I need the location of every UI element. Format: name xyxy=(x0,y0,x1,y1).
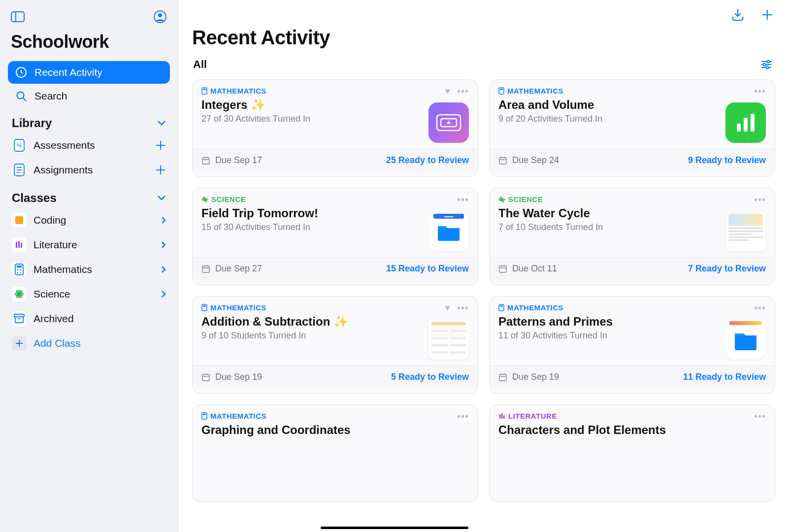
more-options-button[interactable]: ••• xyxy=(754,89,766,94)
add-assessment-button[interactable] xyxy=(155,140,166,151)
svg-rect-45 xyxy=(203,89,206,90)
filter-label[interactable]: All xyxy=(193,58,207,71)
calendar-icon xyxy=(498,373,507,382)
svg-rect-55 xyxy=(744,118,748,132)
svg-rect-32 xyxy=(15,317,23,323)
sidebar-item-label: Mathematics xyxy=(33,264,92,275)
activity-card[interactable]: MATHEMATICSAddition & Subtraction ✨9 of … xyxy=(192,296,478,394)
svg-point-24 xyxy=(20,269,21,270)
sidebar-item-archived[interactable]: Archived xyxy=(6,306,172,331)
activity-card[interactable]: SCIENCEField Trip Tomorrow!15 of 30 Acti… xyxy=(192,188,478,285)
svg-rect-91 xyxy=(503,415,505,419)
subject-icon xyxy=(498,304,504,311)
profile-icon[interactable] xyxy=(152,9,168,25)
sidebar-item-literature[interactable]: Literature xyxy=(6,233,172,257)
due-date: Due Sep 24 xyxy=(512,155,559,166)
activity-card[interactable]: SCIENCEThe Water Cycle7 of 10 Students T… xyxy=(489,188,775,285)
more-options-button[interactable]: ••• xyxy=(457,305,469,310)
add-assignment-button[interactable] xyxy=(155,165,166,175)
chevron-down-icon xyxy=(157,120,166,126)
library-section-header[interactable]: Library xyxy=(6,107,172,133)
ready-to-review-link[interactable]: 15 Ready to Review xyxy=(386,264,469,274)
search-icon xyxy=(15,90,28,102)
download-button[interactable] xyxy=(730,7,746,23)
coding-icon xyxy=(12,213,27,228)
filter-settings-button[interactable] xyxy=(758,57,774,72)
archive-icon xyxy=(12,311,27,326)
svg-rect-90 xyxy=(501,413,503,419)
sidebar-item-assessments[interactable]: % Assessments xyxy=(6,133,172,158)
svg-rect-77 xyxy=(202,374,209,381)
svg-rect-20 xyxy=(21,243,22,248)
due-date: Due Oct 11 xyxy=(512,264,557,274)
chevron-down-icon xyxy=(157,195,166,201)
favorite-icon[interactable]: ♥ xyxy=(445,86,450,97)
sidebar-item-label: Coding xyxy=(33,214,66,226)
chevron-right-icon xyxy=(161,266,166,273)
add-button[interactable] xyxy=(759,7,775,23)
activity-card[interactable]: MATHEMATICSArea and Volume9 of 20 Activi… xyxy=(489,79,775,177)
assessments-icon: % xyxy=(12,138,27,153)
activity-card[interactable]: MATHEMATICSIntegers ✨27 of 30 Activities… xyxy=(192,79,478,177)
classes-section-header[interactable]: Classes xyxy=(6,182,172,208)
svg-rect-83 xyxy=(499,374,506,381)
ready-to-review-link[interactable]: 7 Ready to Review xyxy=(688,264,766,274)
ready-to-review-link[interactable]: 9 Ready to Review xyxy=(688,155,766,166)
svg-rect-0 xyxy=(11,12,24,22)
svg-rect-44 xyxy=(202,88,207,94)
card-title: Field Trip Tomorrow! xyxy=(201,206,423,220)
svg-rect-75 xyxy=(202,304,207,311)
toggle-sidebar-icon[interactable] xyxy=(10,9,26,25)
sidebar-item-assignments[interactable]: Assignments xyxy=(6,158,172,182)
chevron-right-icon xyxy=(161,290,166,298)
svg-rect-19 xyxy=(18,241,20,248)
card-subtitle: 15 of 30 Activities Turned In xyxy=(201,222,423,233)
subject-badge: MATHEMATICS xyxy=(201,87,423,95)
activity-card[interactable]: LITERATURECharacters and Plot Elements••… xyxy=(489,404,775,502)
ready-to-review-link[interactable]: 11 Ready to Review xyxy=(683,372,766,382)
more-options-button[interactable]: ••• xyxy=(457,197,469,202)
sidebar-item-recent-activity[interactable]: Recent Activity xyxy=(8,61,170,84)
due-date: Due Sep 19 xyxy=(215,372,262,382)
add-class-button[interactable]: Add Class xyxy=(6,331,172,356)
svg-point-39 xyxy=(767,61,770,63)
svg-rect-56 xyxy=(751,114,755,132)
subject-icon xyxy=(201,412,207,420)
svg-rect-71 xyxy=(499,266,506,272)
favorite-icon[interactable]: ♥ xyxy=(445,303,450,313)
section-title: Classes xyxy=(12,191,57,205)
subject-icon xyxy=(498,196,505,203)
ready-to-review-link[interactable]: 5 Ready to Review xyxy=(391,372,469,382)
due-date: Due Sep 27 xyxy=(215,264,262,274)
more-options-button[interactable]: ••• xyxy=(457,414,469,419)
subject-icon xyxy=(498,413,505,420)
ready-to-review-link[interactable]: 25 Ready to Review xyxy=(386,155,469,166)
card-subtitle: 9 of 20 Activities Turned In xyxy=(498,114,720,124)
main-content: Recent Activity All MATHEMATICSIntegers … xyxy=(178,0,789,532)
svg-rect-57 xyxy=(499,158,506,164)
page-title: Recent Activity xyxy=(192,27,775,49)
sidebar-item-mathematics[interactable]: Mathematics xyxy=(6,257,172,282)
activity-card[interactable]: MATHEMATICSPatterns and Primes11 of 30 A… xyxy=(489,296,775,394)
svg-rect-54 xyxy=(737,124,741,132)
more-options-button[interactable]: ••• xyxy=(457,89,469,94)
activity-card[interactable]: MATHEMATICSGraphing and Coordinates••• xyxy=(192,404,478,502)
subject-badge: MATHEMATICS xyxy=(201,303,423,312)
card-thumbnail xyxy=(428,319,469,360)
svg-rect-88 xyxy=(203,414,206,415)
svg-point-27 xyxy=(18,293,20,295)
card-subtitle: 27 of 30 Activities Turned In xyxy=(201,114,423,124)
card-thumbnail xyxy=(428,102,469,143)
more-options-button[interactable]: ••• xyxy=(754,414,766,419)
more-options-button[interactable]: ••• xyxy=(754,197,766,202)
sidebar-item-coding[interactable]: Coding xyxy=(6,208,172,233)
cards-grid[interactable]: MATHEMATICSIntegers ✨27 of 30 Activities… xyxy=(178,74,789,532)
svg-rect-81 xyxy=(499,304,504,311)
svg-point-41 xyxy=(763,64,766,66)
sidebar: Schoolwork Recent Activity Search Librar… xyxy=(0,0,178,532)
more-options-button[interactable]: ••• xyxy=(754,305,766,310)
sidebar-item-search[interactable]: Search xyxy=(8,85,170,107)
sidebar-item-science[interactable]: Science xyxy=(6,282,172,306)
plus-icon xyxy=(12,336,27,351)
svg-point-43 xyxy=(766,66,769,69)
